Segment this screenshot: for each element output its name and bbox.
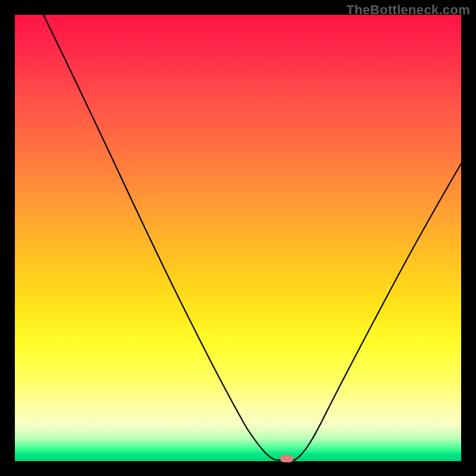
minimum-marker <box>280 455 293 462</box>
chart-frame: TheBottleneck.com <box>0 0 476 476</box>
curve-left <box>43 15 275 460</box>
bottleneck-curve <box>15 15 461 461</box>
curve-right <box>295 164 461 460</box>
plot-area <box>15 15 461 461</box>
